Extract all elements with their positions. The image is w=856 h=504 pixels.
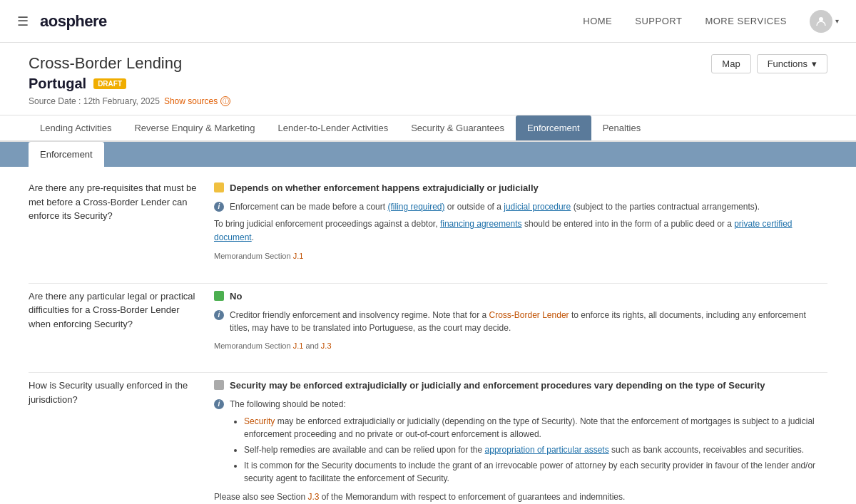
tab-security-guarantees[interactable]: Security & Guarantees [399, 115, 516, 140]
nav-more-services[interactable]: MORE SERVICES [705, 16, 787, 26]
headline-1: Depends on whether enforcement happens e… [230, 181, 539, 196]
answer-item-text-2: Creditor friendly enforcement and insolv… [230, 309, 827, 334]
page-header-inner: Cross-Border Lending Portugal DRAFT Sour… [29, 54, 827, 106]
content-area: Are there any pre-requisites that must b… [0, 167, 856, 504]
answer-headline-1: Depends on whether enforcement happens e… [214, 181, 827, 196]
page-header-text: Cross-Border Lending Portugal DRAFT Sour… [29, 54, 711, 106]
source-date: Source Date : 12th February, 2025 [29, 96, 160, 106]
info-icon-1 [214, 202, 224, 212]
logo: aosphere [40, 12, 107, 31]
memo-link-j1[interactable]: J.1 [293, 252, 304, 260]
nav-home[interactable]: HOME [583, 16, 612, 26]
header-left: ☰ aosphere [17, 12, 107, 31]
info-icon-3 [214, 399, 224, 409]
answer-item-text-1: Enforcement can be made before a court (… [230, 200, 827, 213]
answer-info-2: Creditor friendly enforcement and insolv… [214, 309, 827, 334]
answer-headline-2: No [214, 289, 827, 304]
answer-body-after-3: Please also see Section J.3 of the Memor… [214, 490, 827, 504]
bullet-3-3: It is common for the Security documents … [244, 459, 827, 485]
page-header: Cross-Border Lending Portugal DRAFT Sour… [0, 43, 856, 115]
headline-3: Security may be enforced extrajudicially… [230, 379, 765, 394]
tab-reverse-enquiry[interactable]: Reverse Enquiry & Marketing [123, 115, 266, 140]
headline-2: No [230, 289, 242, 304]
answer-info-1: Enforcement can be made before a court (… [214, 200, 827, 213]
memo-link-j3-3[interactable]: J.3 [307, 492, 319, 502]
hamburger-icon[interactable]: ☰ [17, 14, 29, 29]
answer-body-1: To bring judicial enforcement proceeding… [214, 217, 827, 245]
divider-2 [29, 372, 827, 373]
answer-1: Depends on whether enforcement happens e… [214, 181, 827, 263]
memo-link-j1-2[interactable]: J.1 [293, 341, 304, 350]
memo-link-j3-2[interactable]: J.3 [321, 341, 332, 350]
answer-2: No Creditor friendly enforcement and ins… [214, 289, 827, 352]
subtab-enforcement[interactable]: Enforcement [29, 142, 104, 167]
bullet-list-3: Security may be enforced extrajudicially… [230, 415, 827, 485]
chevron-down-icon: ▾ [835, 17, 839, 25]
svg-point-0 [819, 17, 823, 21]
indicator-gray [214, 380, 224, 390]
answer-item-text-3: The following should be noted: [230, 398, 827, 411]
tab-lender-to-lender[interactable]: Lender-to-Lender Activities [267, 115, 400, 140]
avatar [810, 10, 832, 33]
functions-button[interactable]: Functions ▾ [757, 54, 827, 73]
qa-row-1: Are there any pre-requisites that must b… [29, 181, 827, 263]
subtab-bar: Enforcement [0, 142, 856, 167]
header: ☰ aosphere HOME SUPPORT MORE SERVICES ▾ [0, 0, 856, 43]
answer-bullets-3: Security may be enforced extrajudicially… [230, 415, 827, 485]
question-3: How is Security usually enforced in the … [29, 379, 214, 406]
question-1: Are there any pre-requisites that must b… [29, 181, 214, 223]
source-row: Source Date : 12th February, 2025 Show s… [29, 96, 711, 106]
bullet-3-1: Security may be enforced extrajudicially… [244, 415, 827, 441]
draft-badge: DRAFT [93, 78, 126, 89]
nav-support[interactable]: SUPPORT [635, 16, 682, 26]
question-2: Are there any particular legal or practi… [29, 289, 214, 331]
page-title: Cross-Border Lending [29, 54, 711, 73]
bullet-3-2: Self-help remedies are available and can… [244, 443, 827, 456]
chevron-down-icon: ▾ [812, 58, 817, 69]
header-right: HOME SUPPORT MORE SERVICES ▾ [583, 10, 839, 33]
user-menu[interactable]: ▾ [810, 10, 839, 33]
tab-lending-activities[interactable]: Lending Activities [29, 115, 123, 140]
info-icon-2 [214, 310, 224, 320]
map-button[interactable]: Map [711, 54, 750, 73]
info-circle-icon: ⓘ [220, 96, 230, 106]
tabs-bar: Lending Activities Reverse Enquiry & Mar… [0, 115, 856, 142]
answer-3: Security may be enforced extrajudicially… [214, 379, 827, 504]
indicator-green [214, 291, 224, 301]
country-row: Portugal DRAFT [29, 76, 711, 92]
top-buttons: Map Functions ▾ [711, 54, 827, 73]
indicator-yellow [214, 182, 224, 192]
country-name: Portugal [29, 76, 86, 92]
show-sources-link[interactable]: Show sources ⓘ [164, 96, 230, 106]
answer-info-3: The following should be noted: [214, 398, 827, 411]
divider-1 [29, 283, 827, 284]
memo-ref-1: Memorandum Section J.1 [214, 250, 827, 263]
answer-headline-3: Security may be enforced extrajudicially… [214, 379, 827, 394]
memo-ref-2: Memorandum Section J.1 and J.3 [214, 340, 827, 353]
qa-row-2: Are there any particular legal or practi… [29, 289, 827, 352]
tab-enforcement[interactable]: Enforcement [516, 115, 591, 140]
tab-penalties[interactable]: Penalties [591, 115, 652, 140]
qa-row-3: How is Security usually enforced in the … [29, 379, 827, 504]
